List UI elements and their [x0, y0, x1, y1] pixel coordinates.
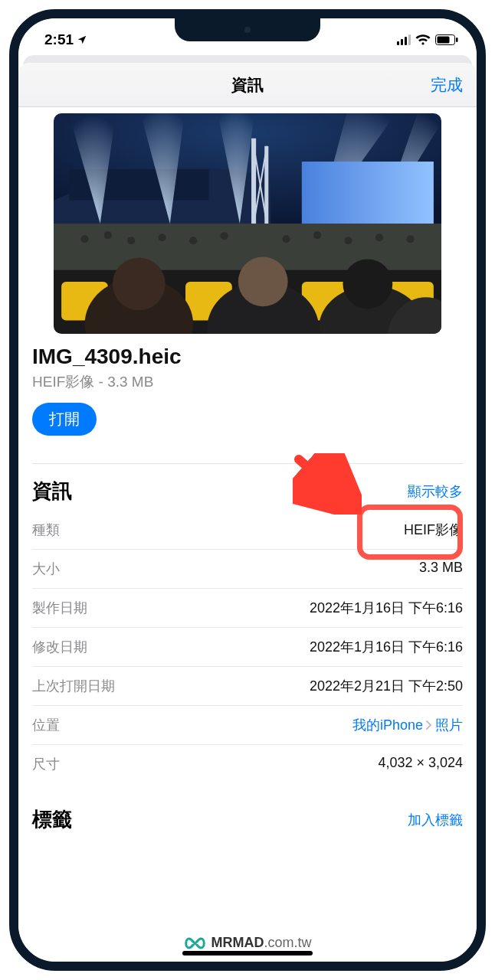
status-time: 2:51: [44, 31, 74, 48]
chevron-right-icon: [426, 720, 432, 730]
row-label: 修改日期: [32, 638, 87, 656]
info-row-created: 製作日期 2022年1月16日 下午6:16: [32, 589, 463, 628]
info-row-opened: 上次打開日期 2022年2月21日 下午2:50: [32, 667, 463, 706]
svg-point-23: [283, 235, 290, 243]
svg-point-18: [104, 231, 112, 239]
add-tag-button[interactable]: 加入標籤: [408, 811, 463, 829]
modal-title: 資訊: [231, 74, 264, 96]
svg-point-38: [343, 260, 392, 309]
modal-header: 資訊 完成: [18, 63, 477, 107]
info-row-kind: 種類 HEIF影像: [32, 511, 463, 550]
svg-rect-15: [302, 162, 434, 224]
done-button[interactable]: 完成: [431, 74, 463, 96]
cellular-signal-icon: [397, 34, 411, 45]
battery-icon: [435, 34, 458, 45]
row-label: 上次打開日期: [32, 677, 115, 695]
row-value: 2022年1月16日 下午6:16: [310, 638, 463, 656]
row-label: 尺寸: [32, 755, 60, 773]
row-value: 4,032 × 3,024: [378, 755, 463, 773]
svg-point-26: [375, 234, 383, 241]
info-row-size: 大小 3.3 MB: [32, 550, 463, 589]
home-indicator[interactable]: [182, 951, 313, 956]
open-button[interactable]: 打開: [32, 403, 97, 436]
svg-point-27: [406, 235, 414, 243]
row-value: 2022年2月21日 下午2:50: [310, 677, 463, 695]
file-name: IMG_4309.heic: [32, 345, 463, 369]
show-more-button[interactable]: 顯示較多: [408, 482, 463, 501]
infinity-icon: [183, 936, 206, 950]
location-services-icon: [77, 34, 87, 45]
svg-point-19: [127, 237, 135, 244]
svg-point-25: [345, 237, 352, 244]
watermark: MRMAD.com.tw: [183, 935, 311, 951]
row-value: 2022年1月16日 下午6:16: [310, 599, 463, 617]
row-value-location: 我的iPhone 照片: [352, 716, 463, 734]
svg-point-36: [238, 257, 288, 307]
svg-point-22: [221, 232, 228, 240]
svg-rect-1: [438, 37, 450, 44]
info-section-title: 資訊: [32, 478, 72, 505]
row-value: HEIF影像: [404, 521, 463, 539]
info-row-dimensions: 尺寸 4,032 × 3,024: [32, 745, 463, 783]
file-thumbnail[interactable]: [54, 113, 441, 334]
file-subtitle: HEIF影像 - 3.3 MB: [32, 372, 463, 392]
tags-section-title: 標籤: [32, 806, 72, 833]
wifi-icon: [415, 34, 431, 46]
info-row-modified: 修改日期 2022年1月16日 下午6:16: [32, 628, 463, 667]
svg-point-20: [159, 234, 166, 241]
row-value: 3.3 MB: [419, 560, 463, 578]
svg-point-34: [113, 258, 166, 311]
info-row-location[interactable]: 位置 我的iPhone 照片: [32, 706, 463, 745]
svg-point-21: [189, 237, 197, 244]
row-label: 大小: [32, 560, 60, 578]
row-label: 種類: [32, 521, 60, 539]
row-label: 製作日期: [32, 599, 87, 617]
svg-rect-2: [456, 38, 458, 42]
svg-point-17: [80, 235, 88, 243]
svg-point-24: [313, 231, 321, 239]
row-label: 位置: [32, 716, 60, 734]
